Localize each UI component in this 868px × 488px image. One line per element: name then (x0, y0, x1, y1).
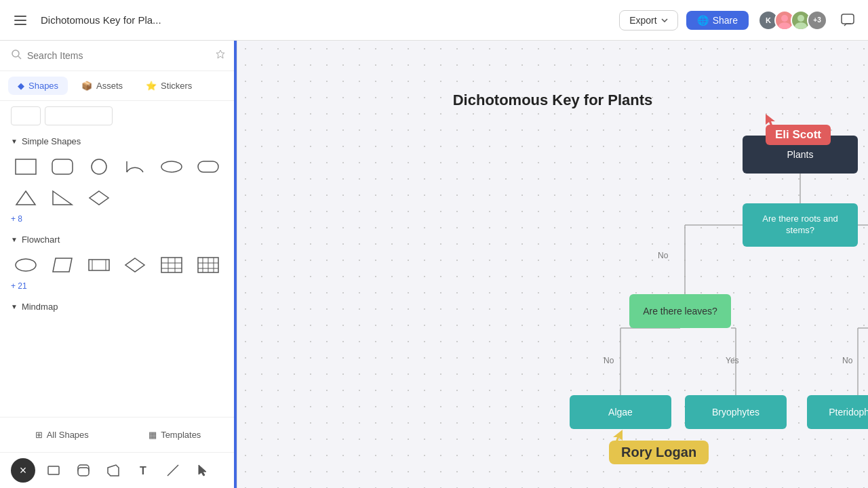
shape-arc[interactable] (120, 153, 150, 180)
stickers-icon: ⭐ (146, 81, 157, 91)
node-leaves[interactable]: Are there leaves? (629, 294, 731, 328)
category-flowchart: ▼ Flowchart (11, 235, 226, 291)
category-flowchart-header[interactable]: ▼ Flowchart (11, 235, 226, 245)
close-icon: × (20, 464, 27, 478)
comment-button[interactable] (835, 8, 860, 33)
shape-tabs: ◆ Shapes 📦 Assets ⭐ Stickers (0, 71, 237, 101)
svg-rect-7 (842, 14, 854, 24)
share-globe-icon: 🌐 (697, 15, 709, 26)
search-icon (11, 49, 22, 62)
category-mindmap: ▼ Mindmap (11, 302, 226, 312)
shape-circle[interactable] (84, 153, 114, 180)
tab-shapes[interactable]: ◆ Shapes (8, 77, 68, 95)
node-bryophytes[interactable]: Bryophytes (685, 395, 787, 429)
tab-all-shapes[interactable]: ⊞ All Shapes (8, 424, 116, 445)
search-bar (0, 41, 237, 71)
shape-decision[interactable] (120, 251, 150, 279)
svg-marker-18 (90, 191, 108, 205)
svg-rect-2 (14, 24, 26, 25)
templates-icon: ▦ (149, 430, 157, 440)
label-yes-leaves: Yes (726, 356, 739, 365)
simple-shapes-more[interactable]: + 8 (11, 214, 226, 224)
flowchart-shapes-grid (11, 251, 226, 279)
chevron-down-icon-3: ▼ (11, 303, 18, 310)
tool-rounded-rect[interactable] (72, 459, 95, 482)
shape-grid6[interactable] (193, 251, 223, 279)
svg-point-19 (16, 259, 36, 271)
node-algae[interactable]: Algae (570, 395, 671, 429)
rory-cursor: Rory Logan (609, 430, 709, 464)
svg-point-5 (797, 15, 804, 22)
label-no-seeds: No (842, 356, 852, 365)
all-shapes-icon: ⊞ (35, 430, 43, 440)
header: Dichotomous Key for Pla... Export 🌐 Shar… (0, 0, 868, 41)
bottom-toolbar: × T (0, 452, 237, 488)
node-pteridophytes[interactable]: Pteridophytes (807, 395, 868, 429)
svg-marker-20 (53, 258, 72, 272)
eli-cursor: Eli Scott (766, 114, 831, 145)
share-label: Share (713, 15, 738, 26)
svg-rect-38 (78, 470, 89, 476)
tool-cut-rect[interactable] (102, 459, 125, 482)
style-tab-2[interactable] (45, 106, 113, 125)
svg-marker-40 (108, 465, 119, 476)
svg-marker-62 (613, 430, 623, 443)
svg-point-8 (12, 50, 19, 57)
svg-point-14 (161, 161, 182, 172)
document-title: Dichotomous Key for Pla... (41, 14, 611, 26)
canvas-area[interactable]: Dichotomous Key for Plants (237, 41, 868, 488)
category-mindmap-header[interactable]: ▼ Mindmap (11, 302, 226, 312)
share-button[interactable]: 🌐 Share (686, 11, 749, 30)
svg-rect-0 (14, 16, 26, 17)
tool-line[interactable] (161, 459, 184, 482)
shape-triangle[interactable] (11, 184, 41, 211)
assets-icon: 📦 (81, 81, 92, 91)
flowchart-more[interactable]: + 21 (11, 281, 226, 291)
shape-diamond[interactable] (84, 184, 114, 211)
pin-icon[interactable] (215, 49, 226, 62)
svg-rect-36 (48, 466, 59, 474)
shape-rectangle[interactable] (11, 153, 41, 180)
menu-button[interactable] (8, 8, 33, 33)
search-input[interactable] (27, 50, 210, 61)
tool-text[interactable]: T (132, 459, 155, 482)
shape-ellipse[interactable] (157, 153, 186, 180)
eli-label: Eli Scott (766, 125, 831, 145)
node-roots[interactable]: Are there roots and stems? (743, 203, 858, 247)
tab-templates[interactable]: ▦ Templates (121, 424, 229, 445)
tab-stickers[interactable]: ⭐ Stickers (136, 77, 201, 95)
shape-grid4[interactable] (157, 251, 186, 279)
collaborators: K +3 (762, 10, 827, 30)
label-no-left: No (658, 251, 668, 260)
export-button[interactable]: Export (619, 10, 677, 30)
svg-point-4 (778, 22, 791, 29)
tool-pointer[interactable] (191, 459, 214, 482)
shape-process[interactable] (84, 251, 114, 279)
svg-marker-24 (125, 258, 144, 272)
shape-right-triangle[interactable] (47, 184, 77, 211)
shapes-icon: ◆ (18, 81, 24, 91)
shapes-panel: ▼ Simple Shapes (0, 128, 237, 417)
left-panel: ◆ Shapes 📦 Assets ⭐ Stickers ▼ Sim (0, 41, 237, 488)
shape-oval[interactable] (11, 251, 41, 279)
svg-marker-17 (53, 191, 72, 205)
tab-assets[interactable]: 📦 Assets (72, 77, 132, 95)
tool-rect[interactable] (42, 459, 65, 482)
svg-marker-43 (199, 465, 206, 476)
bottom-tabs: ⊞ All Shapes ▦ Templates (0, 417, 237, 452)
style-tab-1[interactable] (11, 106, 41, 125)
svg-point-12 (92, 159, 106, 174)
category-simple-shapes-header[interactable]: ▼ Simple Shapes (11, 136, 226, 146)
svg-point-6 (795, 22, 807, 29)
category-simple-shapes: ▼ Simple Shapes (11, 136, 226, 224)
close-button[interactable]: × (11, 458, 35, 483)
main-layout: ◆ Shapes 📦 Assets ⭐ Stickers ▼ Sim (0, 41, 868, 488)
svg-line-9 (18, 56, 21, 59)
svg-line-42 (167, 465, 178, 476)
svg-rect-15 (198, 161, 218, 172)
svg-rect-1 (14, 20, 26, 21)
simple-shapes-grid (11, 153, 226, 211)
shape-rounded-rect[interactable] (47, 153, 77, 180)
shape-stadium[interactable] (193, 153, 223, 180)
shape-parallelogram[interactable] (47, 251, 77, 279)
